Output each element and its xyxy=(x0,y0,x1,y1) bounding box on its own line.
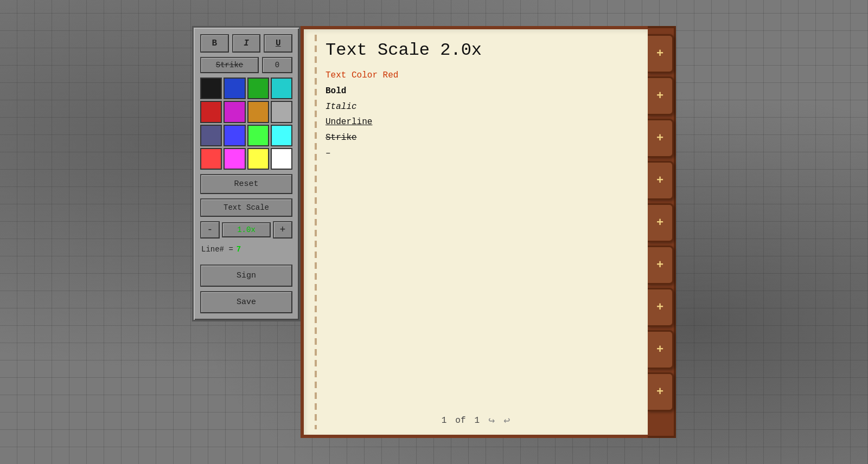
color-swatch-15[interactable] xyxy=(271,148,292,170)
tab-button-6[interactable]: + xyxy=(648,288,674,327)
color-swatch-13[interactable] xyxy=(224,148,245,170)
scale-plus-button[interactable]: + xyxy=(273,221,292,239)
sign-button[interactable]: Sign xyxy=(200,265,292,287)
scale-minus-button[interactable]: - xyxy=(200,221,220,239)
color-palette xyxy=(200,78,292,170)
color-swatch-0[interactable] xyxy=(200,78,222,99)
book-footer: 1 of 1 ↪ ↩ xyxy=(304,414,648,427)
zero-button[interactable]: 0 xyxy=(262,57,292,73)
strike-row: Strike 0 xyxy=(200,57,292,73)
main-container: B I U Strike 0 xyxy=(0,0,868,464)
tab-button-2[interactable]: + xyxy=(648,119,674,158)
book-content[interactable]: Text Color Red Bold Italic Underline Str… xyxy=(326,68,635,402)
underline-button[interactable]: U xyxy=(264,34,292,53)
strike-button[interactable]: Strike xyxy=(200,57,259,73)
book-line-2: Italic xyxy=(326,99,635,115)
book-title: Text Scale 2.0x xyxy=(326,40,635,60)
tab-button-8[interactable]: + xyxy=(648,372,674,411)
book-line-3: Underline xyxy=(326,114,635,130)
tab-button-4[interactable]: + xyxy=(648,203,674,242)
tab-button-5[interactable]: + xyxy=(648,246,674,285)
page-total: 1 xyxy=(475,416,480,426)
bold-button[interactable]: B xyxy=(200,34,229,53)
line-label: Line# = xyxy=(201,245,233,254)
color-swatch-4[interactable] xyxy=(200,101,222,123)
tab-button-7[interactable]: + xyxy=(648,330,674,369)
ui-wrapper: B I U Strike 0 xyxy=(192,26,676,438)
page-separator: of xyxy=(455,416,465,426)
prev-page-arrow[interactable]: ↩ xyxy=(503,414,510,427)
italic-button[interactable]: I xyxy=(232,34,261,53)
color-swatch-8[interactable] xyxy=(200,125,222,146)
color-swatch-5[interactable] xyxy=(224,101,245,123)
text-scale-label: Text Scale xyxy=(200,198,292,217)
color-swatch-9[interactable] xyxy=(224,125,245,146)
line-info: Line# = 7 xyxy=(200,243,292,256)
book-tabs: + + + + + + + + + xyxy=(648,26,676,438)
color-swatch-6[interactable] xyxy=(247,101,269,123)
color-swatch-7[interactable] xyxy=(271,101,292,123)
book-line-5: – xyxy=(326,146,635,162)
color-swatch-11[interactable] xyxy=(271,125,292,146)
save-button[interactable]: Save xyxy=(200,291,292,313)
tab-button-0[interactable]: + xyxy=(648,34,674,73)
page-current: 1 xyxy=(442,416,447,426)
book-line-1: Bold xyxy=(326,83,635,99)
color-swatch-3[interactable] xyxy=(271,78,292,99)
color-swatch-10[interactable] xyxy=(247,125,269,146)
book-page: Text Scale 2.0x Text Color Red Bold Ital… xyxy=(301,26,648,438)
color-swatch-14[interactable] xyxy=(247,148,269,170)
scale-control: - 1.0x + xyxy=(200,221,292,239)
book-line-4: Strike xyxy=(326,130,635,146)
format-buttons-row: B I U xyxy=(200,34,292,53)
reset-button[interactable]: Reset xyxy=(200,174,292,194)
tab-button-3[interactable]: + xyxy=(648,161,674,200)
next-page-arrow[interactable]: ↪ xyxy=(488,414,495,427)
book-line-0: Text Color Red xyxy=(326,68,635,83)
left-panel: B I U Strike 0 xyxy=(192,26,301,321)
color-swatch-12[interactable] xyxy=(200,148,222,170)
scale-value-display: 1.0x xyxy=(222,222,271,237)
tab-button-1[interactable]: + xyxy=(648,76,674,115)
color-swatch-1[interactable] xyxy=(224,78,245,99)
book-container: Text Scale 2.0x Text Color Red Bold Ital… xyxy=(301,26,676,438)
color-swatch-2[interactable] xyxy=(247,78,269,99)
line-number: 7 xyxy=(237,245,241,254)
